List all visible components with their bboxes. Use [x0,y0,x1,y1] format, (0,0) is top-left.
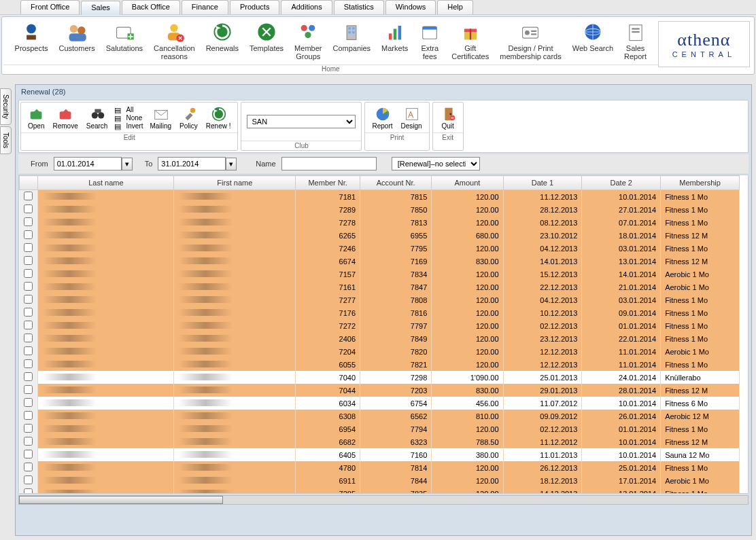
ribbon-sales[interactable]: SalesReport [619,18,652,63]
renewal-combo[interactable]: [Renewal]–no selection– [392,157,480,170]
table-row[interactable]: 72787813120.0008.12.201307.01.2014Fitnes… [20,216,740,229]
menu-tab-back-office[interactable]: Back Office [122,0,180,14]
open-button[interactable]: Open [24,104,48,131]
row-checkbox[interactable] [24,217,33,226]
ribbon-extra[interactable]: Extrafees [413,18,446,63]
table-row[interactable]: 63086562810.0009.09.201226.01.2014Aerobi… [20,410,740,422]
table-row[interactable]: 72777808120.0004.12.201303.01.2014Fitnes… [20,293,740,306]
table-row[interactable]: 69547794120.0002.12.201301.01.2014Fitnes… [20,422,740,435]
row-checkbox[interactable] [24,424,33,433]
filter-invert[interactable]: ▤Invert [114,122,143,130]
row-checkbox[interactable] [24,450,33,458]
row-checkbox[interactable] [24,488,33,494]
row-checkbox[interactable] [24,475,33,484]
table-row[interactable]: 704072981'090.0025.01.201324.01.2014Knül… [20,371,740,384]
ribbon-salutations[interactable]: Salutations [101,18,148,63]
policy-button[interactable]: Policy [175,104,202,131]
table-row[interactable]: 71617847120.0022.12.201321.01.2014Aerobi… [20,281,740,293]
ribbon-web[interactable]: Web Search [567,18,619,63]
ribbon-customers[interactable]: Customers [53,18,100,63]
data-grid[interactable]: Last nameFirst nameMember Nr.Account Nr.… [18,175,749,494]
table-row[interactable]: 72467795120.0004.12.201303.01.2014Fitnes… [20,242,740,255]
to-date-input[interactable] [158,157,226,170]
row-checkbox[interactable] [24,411,33,420]
row-checkbox[interactable] [24,334,33,342]
ribbon-member[interactable]: MemberGroups [289,18,327,63]
col-date-1[interactable]: Date 1 [503,176,582,190]
table-row[interactable]: 69117844120.0018.12.201317.01.2014Aerobi… [20,474,740,487]
menu-tab-products[interactable]: Products [230,0,279,14]
dropdown-icon[interactable]: ▾ [122,158,133,170]
table-row[interactable]: 71817815120.0011.12.201310.01.2014Fitnes… [20,190,740,204]
row-checkbox[interactable] [24,437,33,446]
search-button[interactable]: Search [82,104,112,131]
table-row[interactable]: 66747169830.0014.01.201313.01.2014Fitnes… [20,255,740,268]
row-checkbox[interactable] [24,321,33,329]
horizontal-scrollbar[interactable] [18,495,749,505]
col-check[interactable] [20,176,38,190]
report-button[interactable]: Report [368,104,396,131]
menu-tab-additions[interactable]: Additions [281,0,332,14]
menu-tab-sales[interactable]: Sales [81,1,120,15]
row-checkbox[interactable] [24,359,33,368]
mailing-button[interactable]: Mailing [145,104,175,131]
table-row[interactable]: 72047820120.0012.12.201311.01.2014Aerobi… [20,345,740,358]
side-tab-security[interactable]: Security [0,88,12,125]
filter-all[interactable]: ▤All [114,106,143,113]
ribbon-markets[interactable]: Markets [376,18,413,63]
menu-tab-help[interactable]: Help [437,0,473,14]
row-checkbox[interactable] [24,385,33,394]
menu-tab-windows[interactable]: Windows [385,0,436,14]
table-row[interactable]: 62656955680.0023.10.201218.01.2014Fitnes… [20,229,740,242]
row-checkbox[interactable] [24,204,33,213]
menu-tab-front-office[interactable]: Front Office [20,0,80,14]
col-last-name[interactable]: Last name [38,176,174,190]
col-member-nr-[interactable]: Member Nr. [296,176,360,190]
table-row[interactable]: 64057160380.0011.01.201310.01.2014Sauna … [20,448,740,461]
table-row[interactable]: 24067849120.0023.12.201322.01.2014Fitnes… [20,332,740,345]
col-amount[interactable]: Amount [432,176,503,190]
row-checkbox[interactable] [24,295,33,304]
table-row[interactable]: 66826323788.5011.12.201210.01.2014Fitnes… [20,435,740,448]
dropdown-icon[interactable]: ▾ [226,158,237,170]
ribbon-prospects[interactable]: Prospects [10,18,54,63]
row-checkbox[interactable] [24,192,33,200]
row-checkbox[interactable] [24,269,33,278]
table-row[interactable]: 71577834120.0015.12.201314.01.2014Aerobi… [20,268,740,281]
row-checkbox[interactable] [24,398,33,407]
table-row[interactable]: 47807814120.0026.12.201325.01.2014Fitnes… [20,461,740,474]
row-checkbox[interactable] [24,346,33,355]
col-date-2[interactable]: Date 2 [582,176,661,190]
ribbon-gift[interactable]: GiftCertificates [446,18,494,63]
table-row[interactable]: 72897850120.0028.12.201327.01.2014Fitnes… [20,203,740,216]
ribbon-companies[interactable]: Companies [327,18,376,63]
col-account-nr-[interactable]: Account Nr. [360,176,432,190]
side-tab-tools[interactable]: Tools [0,126,12,154]
row-checkbox[interactable] [24,230,33,239]
row-checkbox[interactable] [24,282,33,291]
table-row[interactable]: 60346754456.0011.07.201210.01.2014Fitnes… [20,397,740,410]
table-row[interactable]: 72857835120.0014.12.201313.01.2014Fitnes… [20,487,740,494]
ribbon-design[interactable]: Design / Printmembership cards [494,18,566,63]
ribbon-renewals[interactable]: Renewals [201,18,244,63]
row-checkbox[interactable] [24,463,33,471]
ribbon-cancellation[interactable]: Cancellationreasons [148,18,201,63]
menu-tab-finance[interactable]: Finance [182,0,228,14]
row-checkbox[interactable] [24,243,33,252]
table-row[interactable]: 60557821120.0012.12.201311.01.2014Fitnes… [20,358,740,371]
remove-button[interactable]: Remove [48,104,82,131]
table-row[interactable]: 72727797120.0002.12.201301.01.2014Fitnes… [20,319,740,332]
renew-button[interactable]: Renew ! [202,104,235,131]
name-input[interactable] [281,157,377,170]
ribbon-templates[interactable]: Templates [244,18,289,63]
col-first-name[interactable]: First name [174,176,296,190]
row-checkbox[interactable] [24,256,33,265]
col-membership[interactable]: Membership [661,176,740,190]
table-row[interactable]: 71767816120.0010.12.201309.01.2014Fitnes… [20,306,740,319]
quit-button[interactable]: Quit [436,104,460,131]
from-date-input[interactable] [54,157,122,170]
club-select[interactable]: SAN [247,115,356,128]
filter-none[interactable]: ▤None [114,114,143,122]
menu-tab-statistics[interactable]: Statistics [334,0,384,14]
table-row[interactable]: 70447203830.0029.01.201328.01.2014Fitnes… [20,384,740,397]
